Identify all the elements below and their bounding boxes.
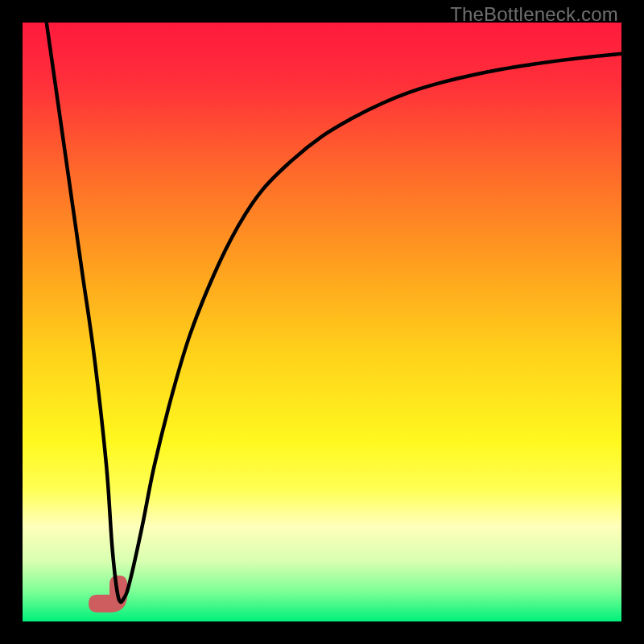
curve-layer (23, 23, 621, 621)
chart-frame: TheBottleneck.com (0, 0, 644, 644)
plot-area (23, 23, 621, 621)
bottleneck-curve (47, 23, 621, 602)
minimum-marker (89, 576, 127, 613)
